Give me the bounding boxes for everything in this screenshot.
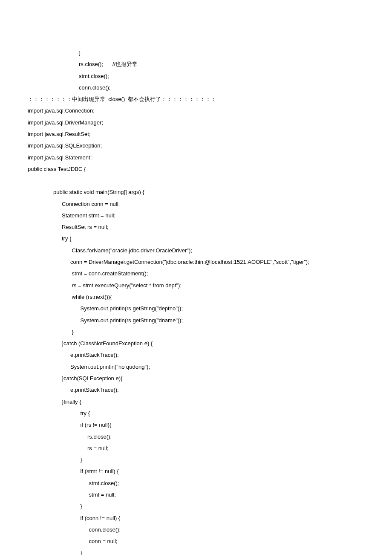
code-line: while (rs.next()){ [28, 291, 364, 303]
code-line: import java.sql.Connection; [28, 105, 364, 116]
code-line: } [28, 326, 364, 338]
code-line: } [28, 500, 364, 512]
code-document: }rs.close(); //也报异常stmt.close();conn.clo… [28, 47, 364, 555]
code-line: try { [28, 408, 364, 419]
code-line: Connection conn = null; [28, 198, 364, 210]
code-line: stmt = null; [28, 489, 364, 500]
code-line: public static void main(String[] args) { [28, 186, 364, 198]
code-line: stmt.close(); [28, 477, 364, 489]
code-line: rs = null; [28, 442, 364, 454]
code-line: import java.sql.DriverManager; [28, 117, 364, 128]
code-line: System.out.println(rs.getString("deptno"… [28, 303, 364, 314]
code-line: ResultSet rs = null; [28, 221, 364, 233]
code-line: conn.close(); [28, 82, 364, 93]
code-line: rs.close(); [28, 431, 364, 442]
code-line: conn.close(); [28, 524, 364, 535]
code-line: e.printStackTrace(); [28, 384, 364, 396]
code-line: if (stmt != null) { [28, 465, 364, 477]
code-line: rs.close(); //也报异常 [28, 58, 364, 70]
code-line: Class.forName("oracle.jdbc.driver.Oracle… [28, 245, 364, 256]
code-line: if (rs != null){ [28, 419, 364, 431]
code-line: System.out.println("no qudong"); [28, 361, 364, 373]
code-line: public class TestJDBC { [28, 163, 364, 175]
code-line: stmt = conn.createStatement(); [28, 268, 364, 279]
code-line: if (conn != null) { [28, 512, 364, 524]
code-line: stmt.close(); [28, 70, 364, 82]
code-line: }catch(SQLException e){ [28, 373, 364, 384]
blank-line [28, 175, 364, 186]
code-line: Statement stmt = null; [28, 210, 364, 221]
code-line: }finally { [28, 396, 364, 408]
code-line: rs = stmt.executeQuery("select * from de… [28, 280, 364, 291]
code-line: ：：：：：：：：中间出现异常 close() 都不会执行了：：：：：：：：：： [28, 93, 364, 105]
code-line: System.out.println(rs.getString("dname")… [28, 315, 364, 326]
code-line: import java.sql.Statement; [28, 152, 364, 163]
code-line: conn = DriverManager.getConnection("jdbc… [28, 256, 364, 268]
code-line: import java.sql.SQLException; [28, 140, 364, 151]
code-line: } [28, 547, 364, 555]
code-line: try { [28, 233, 364, 244]
code-line: e.printStackTrace(); [28, 349, 364, 361]
code-line: }catch (ClassNotFoundException e) { [28, 338, 364, 349]
code-line: conn = null; [28, 535, 364, 547]
code-line: } [28, 454, 364, 465]
code-line: import java.sql.ResultSet; [28, 128, 364, 140]
code-line: } [28, 47, 364, 58]
